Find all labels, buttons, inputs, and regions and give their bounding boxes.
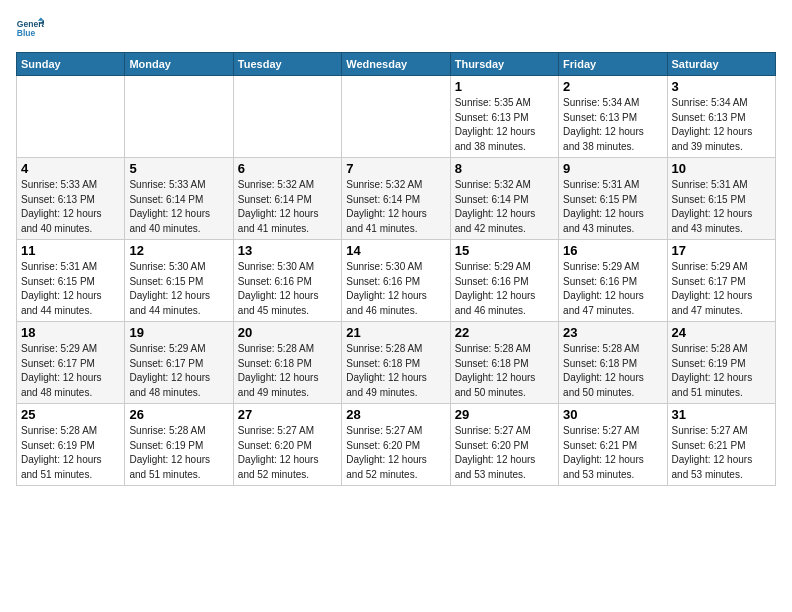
- day-info-line: Sunrise: 5:28 AM: [672, 342, 771, 357]
- day-info-line: Daylight: 12 hours: [129, 289, 228, 304]
- day-info-line: Daylight: 12 hours: [563, 453, 662, 468]
- day-number: 30: [563, 407, 662, 422]
- day-info-line: Daylight: 12 hours: [21, 453, 120, 468]
- day-info-line: Sunrise: 5:32 AM: [238, 178, 337, 193]
- day-info-line: Sunset: 6:18 PM: [455, 357, 554, 372]
- day-info-line: and 46 minutes.: [346, 304, 445, 319]
- week-row-3: 11Sunrise: 5:31 AMSunset: 6:15 PMDayligh…: [17, 240, 776, 322]
- day-number: 2: [563, 79, 662, 94]
- calendar-cell: 18Sunrise: 5:29 AMSunset: 6:17 PMDayligh…: [17, 322, 125, 404]
- day-info-line: Daylight: 12 hours: [455, 207, 554, 222]
- day-info-line: Sunset: 6:19 PM: [21, 439, 120, 454]
- day-info-line: and 41 minutes.: [346, 222, 445, 237]
- day-info-line: Sunrise: 5:28 AM: [346, 342, 445, 357]
- day-info-line: Daylight: 12 hours: [455, 289, 554, 304]
- day-info-line: Sunset: 6:13 PM: [563, 111, 662, 126]
- day-number: 17: [672, 243, 771, 258]
- day-info-line: Sunrise: 5:30 AM: [129, 260, 228, 275]
- day-number: 16: [563, 243, 662, 258]
- day-info-line: and 53 minutes.: [563, 468, 662, 483]
- calendar-cell: 1Sunrise: 5:35 AMSunset: 6:13 PMDaylight…: [450, 76, 558, 158]
- day-info-line: Sunrise: 5:32 AM: [346, 178, 445, 193]
- logo-icon: General Blue: [16, 16, 44, 44]
- day-number: 10: [672, 161, 771, 176]
- day-info-line: Daylight: 12 hours: [672, 207, 771, 222]
- day-info-line: Sunrise: 5:31 AM: [21, 260, 120, 275]
- day-info-line: Daylight: 12 hours: [346, 453, 445, 468]
- calendar-cell: 8Sunrise: 5:32 AMSunset: 6:14 PMDaylight…: [450, 158, 558, 240]
- calendar-cell: 10Sunrise: 5:31 AMSunset: 6:15 PMDayligh…: [667, 158, 775, 240]
- day-info-line: and 47 minutes.: [563, 304, 662, 319]
- day-number: 24: [672, 325, 771, 340]
- day-info-line: Sunset: 6:20 PM: [238, 439, 337, 454]
- day-info-line: Sunrise: 5:30 AM: [346, 260, 445, 275]
- day-info-line: and 47 minutes.: [672, 304, 771, 319]
- weekday-header-sunday: Sunday: [17, 53, 125, 76]
- day-number: 28: [346, 407, 445, 422]
- day-info-line: Sunset: 6:18 PM: [346, 357, 445, 372]
- day-number: 18: [21, 325, 120, 340]
- day-info-line: Sunrise: 5:32 AM: [455, 178, 554, 193]
- day-number: 7: [346, 161, 445, 176]
- calendar-cell: 7Sunrise: 5:32 AMSunset: 6:14 PMDaylight…: [342, 158, 450, 240]
- weekday-header-friday: Friday: [559, 53, 667, 76]
- day-number: 26: [129, 407, 228, 422]
- day-number: 14: [346, 243, 445, 258]
- calendar-cell: 24Sunrise: 5:28 AMSunset: 6:19 PMDayligh…: [667, 322, 775, 404]
- day-info-line: Sunrise: 5:28 AM: [238, 342, 337, 357]
- day-info-line: Sunset: 6:14 PM: [238, 193, 337, 208]
- weekday-header-saturday: Saturday: [667, 53, 775, 76]
- calendar-cell: 16Sunrise: 5:29 AMSunset: 6:16 PMDayligh…: [559, 240, 667, 322]
- day-info-line: Sunset: 6:18 PM: [563, 357, 662, 372]
- calendar-cell: 5Sunrise: 5:33 AMSunset: 6:14 PMDaylight…: [125, 158, 233, 240]
- day-info-line: and 51 minutes.: [672, 386, 771, 401]
- day-number: 4: [21, 161, 120, 176]
- day-info-line: and 39 minutes.: [672, 140, 771, 155]
- day-info-line: and 52 minutes.: [238, 468, 337, 483]
- day-info-line: Sunrise: 5:28 AM: [21, 424, 120, 439]
- day-info-line: Sunset: 6:16 PM: [563, 275, 662, 290]
- day-info-line: Sunset: 6:16 PM: [238, 275, 337, 290]
- day-info-line: and 38 minutes.: [563, 140, 662, 155]
- day-info-line: and 44 minutes.: [21, 304, 120, 319]
- calendar-table: SundayMondayTuesdayWednesdayThursdayFrid…: [16, 52, 776, 486]
- day-info-line: and 41 minutes.: [238, 222, 337, 237]
- day-info-line: Sunset: 6:14 PM: [346, 193, 445, 208]
- calendar-cell: 11Sunrise: 5:31 AMSunset: 6:15 PMDayligh…: [17, 240, 125, 322]
- day-info-line: Sunset: 6:18 PM: [238, 357, 337, 372]
- day-info-line: and 46 minutes.: [455, 304, 554, 319]
- day-info-line: Daylight: 12 hours: [21, 207, 120, 222]
- week-row-2: 4Sunrise: 5:33 AMSunset: 6:13 PMDaylight…: [17, 158, 776, 240]
- calendar-cell: [233, 76, 341, 158]
- calendar-cell: 30Sunrise: 5:27 AMSunset: 6:21 PMDayligh…: [559, 404, 667, 486]
- day-info-line: Daylight: 12 hours: [129, 453, 228, 468]
- day-number: 19: [129, 325, 228, 340]
- day-info-line: Daylight: 12 hours: [563, 207, 662, 222]
- day-info-line: Sunset: 6:13 PM: [455, 111, 554, 126]
- calendar-cell: 19Sunrise: 5:29 AMSunset: 6:17 PMDayligh…: [125, 322, 233, 404]
- calendar-cell: 14Sunrise: 5:30 AMSunset: 6:16 PMDayligh…: [342, 240, 450, 322]
- calendar-cell: 22Sunrise: 5:28 AMSunset: 6:18 PMDayligh…: [450, 322, 558, 404]
- day-info-line: Daylight: 12 hours: [455, 125, 554, 140]
- day-info-line: Sunset: 6:21 PM: [672, 439, 771, 454]
- day-info-line: Daylight: 12 hours: [672, 289, 771, 304]
- weekday-header-row: SundayMondayTuesdayWednesdayThursdayFrid…: [17, 53, 776, 76]
- day-info-line: and 38 minutes.: [455, 140, 554, 155]
- weekday-header-wednesday: Wednesday: [342, 53, 450, 76]
- day-number: 11: [21, 243, 120, 258]
- day-info-line: Daylight: 12 hours: [238, 453, 337, 468]
- calendar-cell: [17, 76, 125, 158]
- day-number: 23: [563, 325, 662, 340]
- day-info-line: Sunset: 6:15 PM: [129, 275, 228, 290]
- day-info-line: Daylight: 12 hours: [563, 125, 662, 140]
- calendar-cell: 29Sunrise: 5:27 AMSunset: 6:20 PMDayligh…: [450, 404, 558, 486]
- day-number: 25: [21, 407, 120, 422]
- day-info-line: Sunrise: 5:31 AM: [672, 178, 771, 193]
- day-info-line: Sunset: 6:19 PM: [672, 357, 771, 372]
- day-number: 15: [455, 243, 554, 258]
- calendar-cell: 21Sunrise: 5:28 AMSunset: 6:18 PMDayligh…: [342, 322, 450, 404]
- day-info-line: Sunrise: 5:30 AM: [238, 260, 337, 275]
- day-number: 8: [455, 161, 554, 176]
- day-info-line: Daylight: 12 hours: [672, 371, 771, 386]
- day-info-line: and 40 minutes.: [129, 222, 228, 237]
